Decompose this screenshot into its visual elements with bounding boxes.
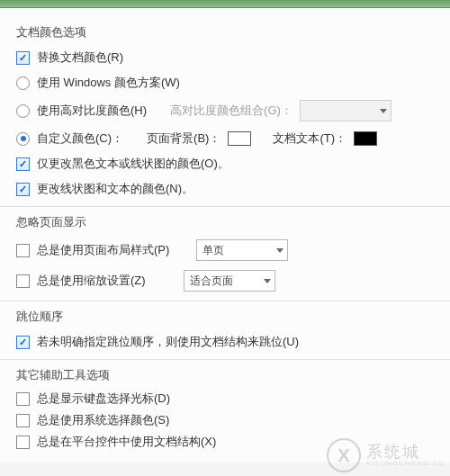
radio-use-windows-colors[interactable] — [16, 76, 30, 90]
label-doc-text: 文档文本(T)： — [273, 130, 346, 147]
divider — [0, 359, 450, 360]
label-change-line-text: 更改线状图和文本的颜色(N)。 — [37, 181, 194, 197]
radio-use-high-contrast[interactable] — [16, 104, 30, 118]
label-custom-color: 自定义颜色(C)： — [37, 130, 123, 147]
combo-layout-style[interactable]: 单页 — [196, 239, 288, 261]
label-show-caret: 总是显示键盘选择光标(D) — [37, 391, 170, 407]
combo-zoom-setting-value: 适合页面 — [190, 274, 233, 289]
section-title-override: 忽略页面显示 — [16, 214, 434, 230]
divider — [0, 301, 450, 301]
combo-zoom-setting[interactable]: 适合页面 — [184, 270, 275, 292]
radio-custom-color[interactable] — [16, 132, 30, 146]
checkbox-replace-doc-colors[interactable] — [16, 51, 30, 65]
checkbox-use-doc-structure-tab[interactable] — [16, 336, 30, 349]
label-replace-doc-colors: 替换文档颜色(R) — [37, 49, 123, 66]
section-title-doc-color: 文档颜色选项 — [16, 24, 434, 40]
preferences-panel: 文档颜色选项 替换文档颜色(R) 使用 Windows 颜色方案(W) 使用高对… — [0, 8, 450, 463]
chevron-down-icon — [380, 109, 387, 113]
label-page-background: 页面背景(B)： — [147, 130, 220, 147]
label-hc-combo: 高对比度颜色组合(G)： — [170, 103, 292, 119]
label-always-zoom: 总是使用缩放设置(Z) — [37, 273, 146, 289]
window-titlebar-fragment — [0, 0, 450, 8]
label-platform-controls: 总是在平台控件中使用文档结构(X) — [37, 434, 216, 450]
divider — [0, 206, 450, 207]
label-only-black-text: 仅更改黑色文本或线状图的颜色(O)。 — [37, 156, 230, 172]
chevron-down-icon — [276, 248, 284, 253]
checkbox-change-line-text[interactable] — [16, 183, 30, 196]
swatch-page-background[interactable] — [228, 131, 251, 146]
combo-high-contrast — [300, 100, 392, 121]
label-use-sys-color: 总是使用系统选择颜色(S) — [37, 412, 169, 428]
checkbox-only-black-text[interactable] — [16, 157, 30, 171]
label-use-windows-colors: 使用 Windows 颜色方案(W) — [37, 75, 180, 91]
checkbox-always-layout[interactable] — [16, 244, 30, 257]
chevron-down-icon — [264, 279, 271, 283]
combo-layout-style-value: 单页 — [202, 243, 224, 258]
label-use-doc-structure-tab: 若未明确指定跳位顺序，则使用文档结构来跳位(U) — [37, 334, 299, 350]
checkbox-always-zoom[interactable] — [16, 274, 30, 288]
swatch-doc-text[interactable] — [354, 131, 377, 146]
label-always-layout: 总是使用页面布局样式(P) — [37, 242, 169, 258]
label-use-high-contrast: 使用高对比度颜色(H) — [37, 103, 147, 119]
section-title-assist: 其它辅助工具选项 — [16, 367, 434, 383]
checkbox-show-caret[interactable] — [16, 392, 30, 406]
checkbox-platform-controls[interactable] — [16, 436, 30, 449]
checkbox-use-sys-color[interactable] — [16, 414, 30, 427]
section-title-tab-order: 跳位顺序 — [16, 309, 434, 325]
